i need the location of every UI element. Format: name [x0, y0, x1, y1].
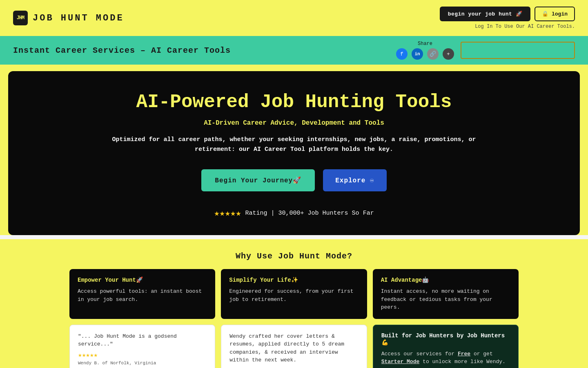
- rating-text: Rating | 30,000+ Job Hunters So Far: [245, 210, 374, 217]
- cta-prefix: Access our services for: [381, 351, 458, 357]
- hero-description: Optimized for all career paths, whether …: [110, 135, 478, 155]
- card-review-author: Wendy B. of Norfolk, Virginia: [78, 361, 207, 366]
- card-cta-title: Built for Job Hunters by Job Hunters 💪: [381, 332, 510, 346]
- card-ai-body: Instant access, no more waiting on feedb…: [381, 287, 510, 312]
- card-review-quote: "... Job Hunt Mode is a godsend service.…: [78, 332, 207, 348]
- cta-suffix: to unlock more like Wendy.: [419, 359, 506, 365]
- card-empower-title: Empower Your Hunt🚀: [78, 276, 207, 283]
- header-buttons: begin your job hunt 🚀 🔒 login: [440, 7, 575, 21]
- cards-grid-row1: Empower Your Hunt🚀 Access powerful tools…: [69, 269, 519, 368]
- plus-icon[interactable]: +: [443, 48, 454, 60]
- cta-mid: or get: [470, 351, 493, 357]
- free-link[interactable]: Free: [458, 351, 470, 357]
- card-cta: Built for Job Hunters by Job Hunters 💪 A…: [373, 325, 519, 368]
- card-story-body: Wendy crafted her cover letters & resume…: [229, 332, 358, 364]
- header-right: begin your job hunt 🚀 🔒 login Log In To …: [440, 7, 575, 29]
- card-ai-advantage: AI Advantage🤖 Instant access, no more wa…: [373, 269, 519, 319]
- card-cta-body: Access our services for Free or get Star…: [381, 350, 510, 366]
- card-simplify: Simplify Your Life✨ Engineered for succe…: [221, 269, 367, 319]
- search-input[interactable]: [461, 42, 575, 59]
- rating-row: ★★★★★ Rating | 30,000+ Job Hunters So Fa…: [24, 208, 564, 219]
- logo-area: JHM JOB HUNT MODE: [13, 11, 124, 25]
- explore-button[interactable]: Explore ♾️: [323, 169, 386, 191]
- card-simplify-title: Simplify Your Life✨: [229, 276, 359, 283]
- share-label: Share: [418, 41, 432, 47]
- facebook-icon[interactable]: f: [396, 48, 408, 60]
- banner-right: Share f in 🔗 +: [396, 41, 575, 60]
- hero-section: AI-Powered Job Hunting Tools AI-Driven C…: [8, 71, 580, 235]
- hero-subtitle: AI-Driven Career Advice, Development and…: [24, 119, 564, 127]
- begin-job-hunt-button[interactable]: begin your job hunt 🚀: [440, 7, 531, 21]
- share-icons: f in 🔗 +: [396, 48, 454, 60]
- login-button[interactable]: 🔒 login: [535, 7, 575, 21]
- starter-mode-link[interactable]: Starter Mode: [381, 359, 420, 365]
- hero-title: AI-Powered Job Hunting Tools: [24, 92, 564, 113]
- header-tagline: Log In To Use Our AI Career Tools.: [475, 24, 575, 29]
- rating-stars: ★★★★★: [214, 208, 241, 219]
- why-section: Why Use Job Hunt Mode? Empower Your Hunt…: [0, 239, 588, 368]
- card-review: "... Job Hunt Mode is a godsend service.…: [69, 325, 215, 368]
- banner-bar: Instant Career Services – AI Career Tool…: [0, 36, 588, 65]
- card-review-stars: ★★★★★: [78, 351, 207, 359]
- why-title: Why Use Job Hunt Mode?: [13, 251, 575, 261]
- header: JHM JOB HUNT MODE begin your job hunt 🚀 …: [0, 0, 588, 36]
- card-story: Wendy crafted her cover letters & resume…: [221, 325, 367, 368]
- share-section: Share f in 🔗 +: [396, 41, 454, 60]
- logo-text: JOB HUNT MODE: [33, 13, 124, 23]
- card-simplify-body: Engineered for success, from your first …: [229, 287, 359, 303]
- card-empower-body: Access powerful tools: an instant boost …: [78, 287, 207, 303]
- banner-title: Instant Career Services – AI Career Tool…: [13, 46, 231, 55]
- logo-badge: JHM: [13, 11, 28, 25]
- begin-journey-button[interactable]: Begin Your Journey🚀: [201, 169, 315, 191]
- card-empower: Empower Your Hunt🚀 Access powerful tools…: [69, 269, 215, 319]
- linkedin-icon[interactable]: in: [412, 48, 423, 60]
- link-icon[interactable]: 🔗: [427, 48, 439, 60]
- hero-buttons: Begin Your Journey🚀 Explore ♾️: [24, 169, 564, 191]
- card-ai-title: AI Advantage🤖: [381, 276, 510, 283]
